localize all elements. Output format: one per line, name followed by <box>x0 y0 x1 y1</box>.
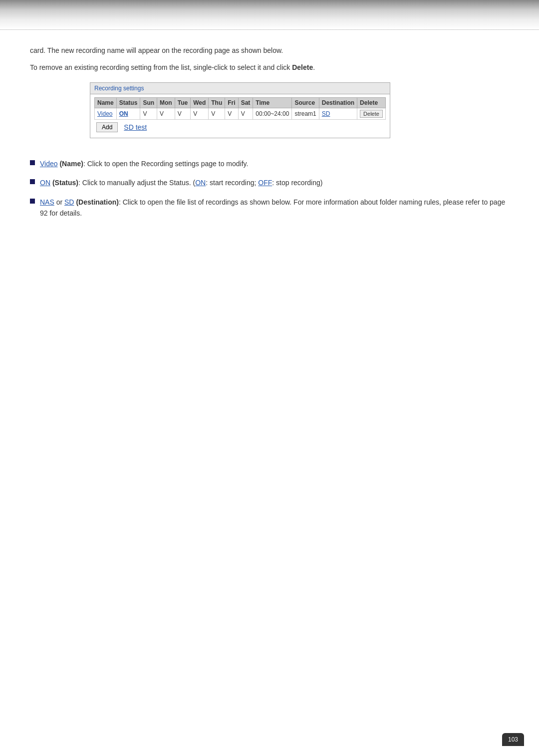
cell-fri: V <box>225 108 238 119</box>
bullet-2-bold: (Status) <box>52 179 78 187</box>
video-link[interactable]: Video <box>97 110 112 117</box>
cell-source: stream1 <box>292 108 319 119</box>
bullet-item-3: NAS or SD (Destination): Click to open t… <box>30 197 509 219</box>
col-source: Source <box>292 97 319 108</box>
bullet-icon-2 <box>30 179 35 184</box>
cell-sat: V <box>238 108 253 119</box>
col-sun: Sun <box>140 97 157 108</box>
col-thu: Thu <box>209 97 225 108</box>
col-delete: Delete <box>357 97 386 108</box>
page-number-tab: 103 <box>502 733 524 746</box>
cell-tue: V <box>175 108 190 119</box>
cell-sun: V <box>140 108 157 119</box>
on-link-inline[interactable]: ON <box>195 179 206 187</box>
col-sat: Sat <box>238 97 253 108</box>
col-mon: Mon <box>157 97 175 108</box>
bullet-item-1: Video (Name): Click to open the Recordin… <box>30 158 509 169</box>
recording-table-wrapper: Name Status Sun Mon Tue Wed Thu Fri Sat … <box>90 94 390 138</box>
delete-button[interactable]: Delete <box>360 110 383 118</box>
add-button[interactable]: Add <box>96 122 118 132</box>
instruction-paragraph: To remove an existing recording setting … <box>30 62 509 73</box>
col-tue: Tue <box>175 97 190 108</box>
table-header-row: Name Status Sun Mon Tue Wed Thu Fri Sat … <box>95 97 386 108</box>
col-destination: Destination <box>319 97 357 108</box>
bullet-list: Video (Name): Click to open the Recordin… <box>30 158 509 219</box>
bullet-3-bold: (Destination) <box>76 198 119 206</box>
video-name-link[interactable]: Video <box>40 160 58 168</box>
bullet-1-bold: (Name) <box>59 160 83 168</box>
page-number: 103 <box>508 736 518 743</box>
table-row: Video ON V V V V V V V 00:00~24:00 strea… <box>95 108 386 119</box>
cell-destination: SD <box>319 108 357 119</box>
col-fri: Fri <box>225 97 238 108</box>
status-on-link[interactable]: ON <box>119 110 128 117</box>
bullet-item-2: ON (Status): Click to manually adjust th… <box>30 177 509 188</box>
recording-settings-box: Recording settings Name Status Sun Mon T… <box>90 82 390 138</box>
cell-name: Video <box>95 108 117 119</box>
on-status-link[interactable]: ON <box>40 179 50 187</box>
bullet-icon-3 <box>30 199 35 204</box>
sd-link[interactable]: SD <box>64 198 74 206</box>
bullet-text-1: Video (Name): Click to open the Recordin… <box>40 158 509 169</box>
bullet-text-2: ON (Status): Click to manually adjust th… <box>40 177 509 188</box>
nas-link[interactable]: NAS <box>40 198 54 206</box>
cell-time: 00:00~24:00 <box>253 108 292 119</box>
bullet-text-3: NAS or SD (Destination): Click to open t… <box>40 197 509 219</box>
col-wed: Wed <box>191 97 209 108</box>
cell-thu: V <box>209 108 225 119</box>
cell-status: ON <box>116 108 140 119</box>
cell-wed: V <box>191 108 209 119</box>
recording-box-title: Recording settings <box>90 83 390 94</box>
sd-test-link[interactable]: SD test <box>124 123 147 131</box>
off-link-inline[interactable]: OFF <box>258 179 272 187</box>
page-number-container: 103 <box>502 733 524 746</box>
cell-delete-btn: Delete <box>357 108 386 119</box>
bullet-icon-1 <box>30 160 35 165</box>
col-time: Time <box>253 97 292 108</box>
col-status: Status <box>116 97 140 108</box>
intro-paragraph: card. The new recording name will appear… <box>30 45 509 56</box>
main-content: card. The new recording name will appear… <box>0 30 539 256</box>
recording-table: Name Status Sun Mon Tue Wed Thu Fri Sat … <box>94 97 386 120</box>
top-bar <box>0 0 539 30</box>
col-name: Name <box>95 97 117 108</box>
cell-mon: V <box>157 108 175 119</box>
add-row: Add SD test <box>94 120 386 135</box>
destination-sd-link[interactable]: SD <box>322 110 330 117</box>
